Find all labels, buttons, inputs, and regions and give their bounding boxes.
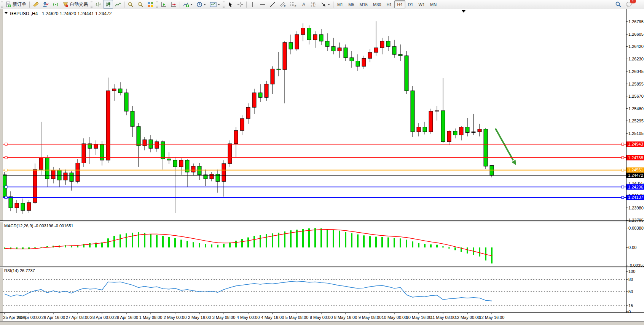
- candlestick-chart-icon: [105, 2, 111, 8]
- cursor-tool-button[interactable]: [225, 0, 235, 9]
- candle-up: [313, 35, 317, 40]
- chart-shift-button[interactable]: [169, 0, 179, 9]
- timeframe-button-h1[interactable]: H1: [384, 0, 394, 8]
- timeframe-button-d1[interactable]: D1: [405, 0, 416, 8]
- macd-label: MACD(12,26,9) -0.003196 -0.001651: [4, 224, 73, 228]
- time-axis-label: 4 May 00:00: [237, 315, 260, 320]
- candle-down: [411, 91, 414, 132]
- auto-trading-label: 自动交易: [70, 1, 88, 8]
- candle-down: [386, 41, 390, 46]
- period-button[interactable]: [194, 0, 208, 9]
- equidistant-channel-tool-button[interactable]: E: [277, 0, 288, 9]
- candle-down: [167, 159, 171, 160]
- hline-handle[interactable]: [622, 186, 624, 188]
- bar-chart-button[interactable]: [93, 0, 103, 9]
- auto-scroll-button[interactable]: [159, 0, 169, 9]
- crosshair-icon: [237, 2, 243, 8]
- hline-handle[interactable]: [622, 169, 624, 171]
- macd-histogram-bar: [320, 228, 322, 247]
- hline-handle[interactable]: [622, 143, 624, 145]
- styler-button[interactable]: [31, 0, 41, 9]
- hline-handle[interactable]: [5, 157, 7, 159]
- candle-up: [240, 119, 244, 130]
- price-tick-label: 1.26795: [628, 19, 644, 24]
- candle-up: [246, 107, 250, 119]
- new-order-button[interactable]: 新订单: [3, 0, 28, 9]
- macd-histogram-bar: [345, 232, 346, 247]
- hline-handle[interactable]: [622, 196, 624, 198]
- candle-down: [453, 131, 457, 135]
- template-button[interactable]: [208, 0, 222, 9]
- timeframe-button-w1[interactable]: W1: [416, 0, 428, 8]
- candle-down: [9, 197, 13, 208]
- pane-splitter[interactable]: [0, 221, 644, 222]
- candle-down: [344, 48, 348, 58]
- horizontal-line-tool-button[interactable]: [258, 0, 268, 9]
- hline-handle[interactable]: [5, 143, 7, 145]
- main-toolbar: 新订单 自动交易: [0, 0, 644, 9]
- macd-histogram-bar: [448, 247, 450, 249]
- time-axis-label: 27 Apr 08:00: [66, 315, 89, 320]
- candle-up: [234, 130, 238, 144]
- auto-trading-icon: [62, 2, 69, 8]
- timeframe-button-m30[interactable]: M30: [370, 0, 384, 8]
- tile-windows-icon: [147, 2, 153, 8]
- signal-icon: [53, 2, 59, 8]
- pane-splitter[interactable]: [0, 266, 644, 268]
- time-axis-label: 28 Apr 16:00: [115, 315, 138, 320]
- candle-up: [51, 170, 55, 179]
- arrows-tool-icon: [320, 2, 327, 8]
- macd-histogram-bar: [314, 228, 316, 247]
- macd-histogram-bar: [394, 238, 395, 247]
- fibonacci-tool-button[interactable]: F: [288, 0, 299, 9]
- macd-axis-label: 0.003889: [628, 226, 644, 230]
- tile-windows-button[interactable]: [145, 0, 155, 9]
- time-axis-label: 8 May 00:00: [310, 315, 333, 320]
- line-chart-button[interactable]: [113, 0, 123, 9]
- timeframe-button-m1[interactable]: M1: [335, 0, 346, 8]
- hline-handle[interactable]: [622, 157, 624, 159]
- signals-button[interactable]: [51, 0, 61, 9]
- timeframe-button-h4[interactable]: H4: [394, 0, 405, 8]
- candle-down: [465, 127, 469, 133]
- macd-histogram-bar: [162, 236, 164, 247]
- candle-down: [131, 111, 134, 127]
- template-icon: [210, 2, 217, 8]
- timeframe-button-mn[interactable]: MN: [427, 0, 439, 8]
- zoom-in-button[interactable]: [126, 0, 135, 9]
- macd-histogram-bar: [430, 244, 432, 247]
- hline-handle[interactable]: [5, 169, 7, 171]
- text-tool-button[interactable]: A: [299, 0, 309, 9]
- price-tick-label: 1.23980: [628, 206, 644, 210]
- hline-handle[interactable]: [5, 196, 7, 198]
- market-watch-button[interactable]: [41, 0, 51, 9]
- zoom-out-button[interactable]: [135, 0, 145, 9]
- arrows-tool-button[interactable]: [319, 0, 332, 9]
- macd-histogram-bar: [120, 235, 121, 247]
- candle-down: [277, 69, 281, 70]
- time-axis-label: 12 May 00:00: [455, 315, 480, 320]
- search-button[interactable]: [613, 0, 623, 9]
- notifications-button[interactable]: 1: [623, 0, 634, 9]
- toolbar-separator: [29, 2, 30, 8]
- vertical-line-tool-button[interactable]: [248, 0, 258, 9]
- text-label-tool-button[interactable]: T: [309, 0, 319, 9]
- hline-handle[interactable]: [5, 186, 7, 188]
- trader-profile-icon: [43, 2, 49, 8]
- candle-up: [447, 131, 451, 142]
- candle-up: [459, 127, 463, 135]
- trendline-tool-button[interactable]: [268, 0, 277, 9]
- candlestick-chart-button[interactable]: [103, 0, 113, 9]
- macd-histogram-bar: [223, 244, 225, 247]
- timeframe-button-m5[interactable]: M5: [346, 0, 357, 8]
- toolbar-separator: [246, 2, 247, 8]
- price-chart[interactable]: GBPUSD-,H41.24620 1.24620 1.24441 1.2447…: [0, 9, 644, 325]
- zoom-in-icon: [128, 2, 134, 8]
- chart-shift-icon: [171, 2, 177, 8]
- candle-up: [283, 43, 287, 70]
- crosshair-tool-button[interactable]: [235, 0, 245, 9]
- timeframe-button-m15[interactable]: M15: [357, 0, 370, 8]
- candle-down: [332, 46, 335, 51]
- auto-trading-button[interactable]: 自动交易: [61, 0, 90, 9]
- indicators-button[interactable]: [181, 0, 194, 9]
